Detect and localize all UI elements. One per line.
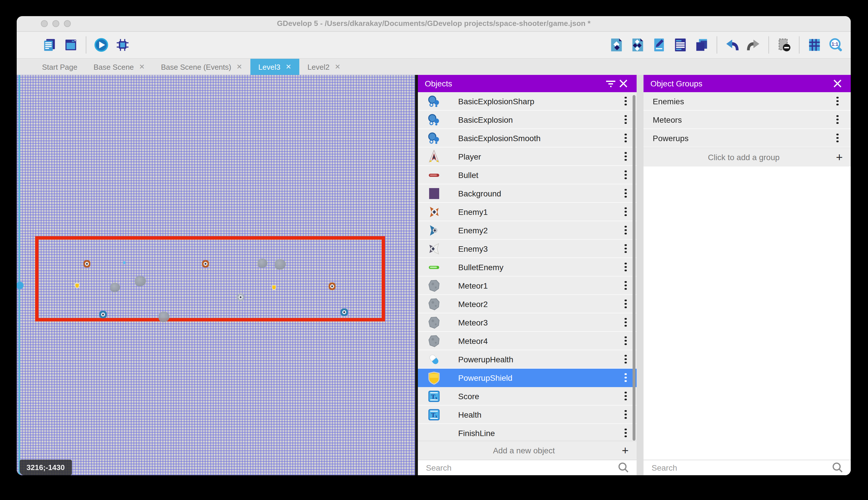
add-group-plus-icon[interactable]: + <box>836 151 843 163</box>
selection-rectangle[interactable] <box>35 236 385 321</box>
group-item-meteors[interactable]: Meteors <box>644 111 851 129</box>
object-menu-button[interactable] <box>621 113 631 126</box>
object-item-health[interactable]: Tx Health <box>418 406 637 424</box>
project-manager-button[interactable] <box>42 37 58 53</box>
close-objects-panel-button[interactable] <box>617 77 630 90</box>
objects-editor-button[interactable] <box>608 37 624 53</box>
object-menu-button[interactable] <box>621 334 631 347</box>
object-thumbnail <box>427 223 441 237</box>
object-menu-button[interactable] <box>621 205 631 218</box>
objects-search-input[interactable] <box>425 463 617 473</box>
filter-objects-button[interactable] <box>605 77 617 90</box>
object-menu-button[interactable] <box>621 279 631 292</box>
add-group-row[interactable]: Click to add a group + <box>644 147 851 167</box>
tab-label: Base Scene (Events) <box>161 62 231 71</box>
object-item-bulletenemy[interactable]: BulletEnemy <box>418 258 637 276</box>
instance-shield[interactable] <box>272 285 276 290</box>
object-groups-editor-button[interactable] <box>630 37 646 53</box>
scene-canvas[interactable]: 3216;-1430 <box>17 75 415 475</box>
add-object-row[interactable]: Add a new object + <box>418 441 637 460</box>
tab-start-page[interactable]: Start Page <box>34 59 85 75</box>
instance-enemy-blue[interactable] <box>99 311 107 318</box>
instance-enemy-orange[interactable] <box>329 283 336 290</box>
object-menu-button[interactable] <box>621 371 631 384</box>
group-item-powerups[interactable]: Powerups <box>644 129 851 147</box>
instances-list-button[interactable] <box>672 37 689 53</box>
group-item-enemies[interactable]: Enemies <box>644 92 851 111</box>
grid-button[interactable] <box>806 37 822 53</box>
scene-window-button[interactable] <box>63 37 79 53</box>
object-item-enemy3[interactable]: Enemy3 <box>418 240 637 258</box>
zoom-one-to-one-button[interactable]: 1:1 <box>828 37 844 53</box>
object-menu-button[interactable] <box>621 187 631 200</box>
tab-close-icon[interactable]: ✕ <box>285 63 291 71</box>
object-item-meteor2[interactable]: Meteor2 <box>418 295 637 314</box>
object-menu-button[interactable] <box>621 132 631 144</box>
properties-panel-button[interactable] <box>651 37 667 53</box>
object-item-finishline[interactable]: FinishLine <box>418 424 637 441</box>
groups-search-input[interactable] <box>650 463 831 473</box>
object-item-basicexplosionsmooth[interactable]: BasicExplosionSmooth <box>418 129 637 147</box>
window-mask-button[interactable] <box>776 37 792 53</box>
undo-button[interactable] <box>724 37 740 53</box>
object-menu-button[interactable] <box>621 408 631 421</box>
object-menu-button[interactable] <box>621 95 631 107</box>
instance-enemy-blue[interactable] <box>340 308 348 316</box>
object-menu-button[interactable] <box>621 150 631 163</box>
instance-enemy-gray[interactable] <box>237 294 244 301</box>
instance-enemy-orange[interactable] <box>202 260 209 268</box>
instance-enemy-orange[interactable] <box>83 260 90 268</box>
object-item-enemy2[interactable]: Enemy2 <box>418 221 637 240</box>
object-item-meteor1[interactable]: Meteor1 <box>418 276 637 295</box>
object-item-background[interactable]: Background <box>418 184 637 203</box>
object-item-basicexplosion[interactable]: BasicExplosion <box>418 111 637 129</box>
object-item-meteor3[interactable]: Meteor3 <box>418 314 637 332</box>
object-menu-button[interactable] <box>621 316 631 329</box>
instance-meteor[interactable] <box>258 259 267 268</box>
group-menu-button[interactable] <box>832 95 843 107</box>
object-name: Score <box>458 391 621 401</box>
close-object-groups-panel-button[interactable] <box>831 77 844 90</box>
object-item-enemy1[interactable]: Enemy1 <box>418 203 637 221</box>
object-menu-button[interactable] <box>621 390 631 402</box>
object-menu-button[interactable] <box>621 297 631 310</box>
instance-dot[interactable] <box>123 261 126 264</box>
scene-border-handle[interactable] <box>17 282 24 289</box>
object-menu-button[interactable] <box>621 242 631 255</box>
object-item-basicexplosionsharp[interactable]: BasicExplosionSharp <box>418 92 637 111</box>
object-item-poweruphealth[interactable]: PowerupHealth <box>418 350 637 369</box>
group-menu-button[interactable] <box>832 132 843 144</box>
window-mask-icon <box>776 37 791 53</box>
object-item-powerupshield[interactable]: PowerupShield <box>418 369 637 387</box>
object-menu-button[interactable] <box>621 353 631 365</box>
instance-shield[interactable] <box>75 283 80 288</box>
object-groups-panel-title: Object Groups <box>650 79 831 88</box>
tab-level2[interactable]: Level2 ✕ <box>299 59 349 75</box>
layers-editor-button[interactable] <box>694 37 710 53</box>
redo-button[interactable] <box>746 37 762 53</box>
object-menu-button[interactable] <box>621 427 631 439</box>
object-menu-button[interactable] <box>621 261 631 273</box>
object-item-player[interactable]: Player <box>418 147 637 166</box>
preview-play-button[interactable] <box>93 37 109 53</box>
tab-close-icon[interactable]: ✕ <box>139 63 145 71</box>
tab-close-icon[interactable]: ✕ <box>236 63 242 71</box>
object-item-meteor4[interactable]: Meteor4 <box>418 332 637 350</box>
objects-scrollbar[interactable] <box>633 95 635 441</box>
tab-level3[interactable]: Level3 ✕ <box>250 59 300 75</box>
object-item-bullet[interactable]: Bullet <box>418 166 637 184</box>
object-item-score[interactable]: Tx Score <box>418 387 637 406</box>
debug-button[interactable] <box>115 37 131 53</box>
panel-divider[interactable] <box>637 75 644 475</box>
add-object-plus-icon[interactable]: + <box>622 445 629 456</box>
object-name: PowerupShield <box>458 373 621 382</box>
object-menu-button[interactable] <box>621 169 631 181</box>
object-menu-button[interactable] <box>621 224 631 237</box>
tab-close-icon[interactable]: ✕ <box>335 63 340 71</box>
tab-base-scene-events-[interactable]: Base Scene (Events) ✕ <box>153 59 250 75</box>
group-menu-button[interactable] <box>832 113 843 126</box>
canvas-panel-divider[interactable] <box>415 75 418 475</box>
tab-base-scene[interactable]: Base Scene ✕ <box>85 59 153 75</box>
instance-meteor[interactable] <box>110 283 120 292</box>
grid-icon <box>807 37 822 53</box>
